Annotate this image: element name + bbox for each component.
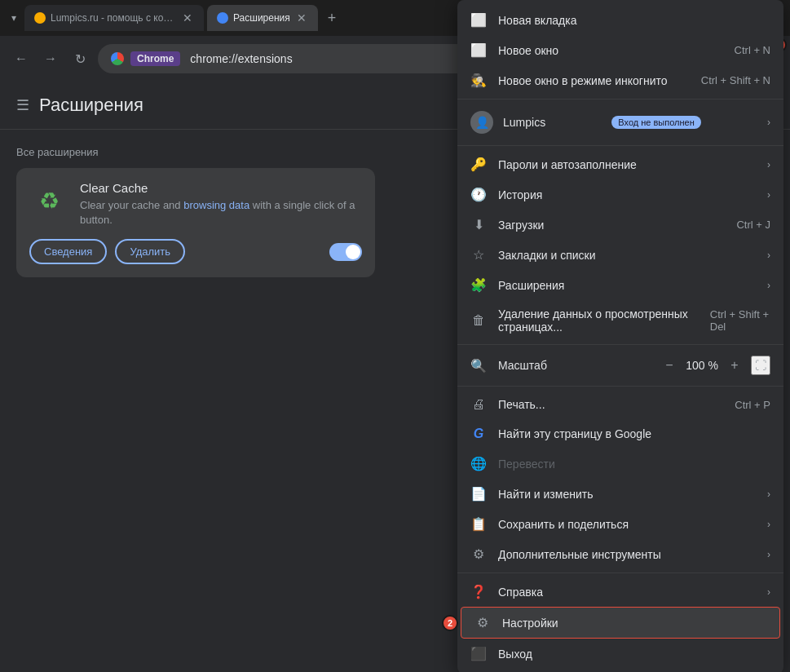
tab-dropdown-btn[interactable]: ▾ bbox=[7, 9, 21, 27]
menu-item-help[interactable]: ❓ Справка › bbox=[457, 577, 783, 607]
menu-label-print: Печать... bbox=[498, 398, 545, 411]
menu-label-extensions: Расширения bbox=[498, 279, 564, 292]
menu-item-new-window[interactable]: ⬜ Новое окно Ctrl + N bbox=[457, 35, 783, 65]
zoom-control: − 100 % + ⛶ bbox=[660, 356, 770, 375]
remove-button[interactable]: Удалить bbox=[115, 239, 185, 264]
find-replace-arrow: › bbox=[767, 489, 770, 500]
menu-label-zoom: Масштаб bbox=[498, 359, 547, 372]
menu-label-incognito: Новое окно в режиме инкогнито bbox=[498, 74, 668, 87]
downloads-icon: ⬇ bbox=[470, 217, 487, 232]
menu-label-clear-data: Удаление данных о просмотренных страница… bbox=[498, 307, 699, 334]
passwords-arrow: › bbox=[767, 159, 770, 170]
address-url: chrome://extensions bbox=[190, 52, 292, 65]
menu-item-more-tools[interactable]: ⚙ Дополнительные инструменты › bbox=[457, 539, 783, 569]
find-replace-icon: 📄 bbox=[470, 486, 487, 502]
menu-label-passwords: Пароли и автозаполнение bbox=[498, 158, 637, 171]
translate-icon: 🌐 bbox=[470, 456, 487, 471]
profile-status: Вход не выполнен bbox=[611, 116, 700, 129]
menu-item-incognito[interactable]: 🕵 Новое окно в режиме инкогнито Ctrl + S… bbox=[457, 65, 783, 95]
extension-link[interactable]: browsing data bbox=[183, 199, 249, 211]
extensions-menu-icon: 🧩 bbox=[470, 277, 487, 293]
clear-data-icon: 🗑 bbox=[470, 313, 487, 328]
tab-favicon-lumpics bbox=[34, 12, 46, 24]
new-window-icon: ⬜ bbox=[470, 42, 487, 58]
chrome-logo-icon bbox=[111, 52, 124, 65]
extension-card-top: ♻ Clear Cache Clear your cache and brows… bbox=[29, 181, 362, 228]
extension-card-clearcache: ♻ Clear Cache Clear your cache and brows… bbox=[16, 168, 375, 277]
zoom-icon: 🔍 bbox=[470, 358, 487, 374]
zoom-minus-button[interactable]: − bbox=[660, 356, 679, 375]
menu-item-passwords[interactable]: 🔑 Пароли и автозаполнение › bbox=[457, 149, 783, 179]
menu-item-exit[interactable]: ⬛ Выход bbox=[457, 639, 783, 669]
settings-icon: ⚙ bbox=[474, 615, 491, 630]
menu-shortcut-clear-data: Ctrl + Shift + Del bbox=[710, 308, 770, 333]
divider-1 bbox=[457, 99, 783, 99]
menu-item-print[interactable]: 🖨 Печать... Ctrl + P bbox=[457, 390, 783, 419]
new-tab-icon: ⬜ bbox=[470, 12, 487, 28]
menu-item-settings[interactable]: 2 ⚙ Настройки bbox=[461, 607, 780, 639]
extension-toggle[interactable] bbox=[329, 243, 362, 261]
chrome-badge: Chrome bbox=[130, 51, 180, 66]
zoom-plus-button[interactable]: + bbox=[725, 356, 744, 375]
help-icon: ❓ bbox=[470, 584, 487, 599]
more-tools-arrow: › bbox=[767, 549, 770, 560]
back-button[interactable]: ← bbox=[10, 47, 33, 70]
menu-item-translate: 🌐 Перевести bbox=[457, 449, 783, 479]
zoom-fullscreen-button[interactable]: ⛶ bbox=[751, 356, 770, 375]
divider-4 bbox=[457, 386, 783, 387]
menu-label-help: Справка bbox=[498, 586, 543, 599]
divider-3 bbox=[457, 344, 783, 345]
extension-icon: ♻ bbox=[29, 181, 68, 220]
tab-extensions[interactable]: Расширения ✕ bbox=[207, 5, 318, 31]
menu-label-bookmarks: Закладки и списки bbox=[498, 249, 596, 262]
extension-card-actions: Сведения Удалить bbox=[29, 239, 362, 264]
menu-label-downloads: Загрузки bbox=[498, 219, 544, 232]
extensions-title: Расширения bbox=[39, 95, 143, 116]
forward-button[interactable]: → bbox=[39, 47, 62, 70]
refresh-button[interactable]: ↻ bbox=[68, 47, 91, 70]
menu-label-more-tools: Дополнительные инструменты bbox=[498, 548, 661, 561]
history-arrow: › bbox=[767, 189, 770, 201]
profile-name: Lumpics bbox=[503, 116, 545, 129]
tab-title-lumpics: Lumpics.ru - помощь с комп... bbox=[51, 12, 176, 24]
extension-info: Clear Cache Clear your cache and browsin… bbox=[80, 181, 362, 228]
menu-item-bookmarks[interactable]: ☆ Закладки и списки › bbox=[457, 240, 783, 270]
passwords-icon: 🔑 bbox=[470, 157, 487, 172]
menu-label-save-share: Сохранить и поделиться bbox=[498, 518, 629, 531]
menu-shortcut-new-window: Ctrl + N bbox=[735, 44, 770, 56]
menu-label-new-tab: Новая вкладка bbox=[498, 14, 577, 27]
extensions-arrow: › bbox=[767, 280, 770, 291]
more-tools-icon: ⚙ bbox=[470, 546, 487, 562]
divider-2 bbox=[457, 145, 783, 146]
extension-name: Clear Cache bbox=[80, 181, 362, 195]
menu-item-clear-data[interactable]: 🗑 Удаление данных о просмотренных страни… bbox=[457, 300, 783, 341]
menu-item-history[interactable]: 🕐 История › bbox=[457, 179, 783, 210]
details-button[interactable]: Сведения bbox=[29, 239, 107, 264]
menu-item-extensions[interactable]: 🧩 Расширения › bbox=[457, 270, 783, 300]
menu-item-profile[interactable]: 👤 Lumpics Вход не выполнен › bbox=[457, 103, 783, 142]
menu-item-downloads[interactable]: ⬇ Загрузки Ctrl + J bbox=[457, 210, 783, 240]
tab-lumpics[interactable]: Lumpics.ru - помощь с комп... ✕ bbox=[24, 5, 204, 31]
profile-avatar: 👤 bbox=[470, 111, 493, 134]
menu-label-find-replace: Найти и изменить bbox=[498, 488, 593, 501]
menu-label-exit: Выход bbox=[498, 648, 532, 661]
menu-label-settings: Настройки bbox=[502, 617, 558, 630]
extension-description: Clear your cache and browsing data with … bbox=[80, 198, 362, 228]
tab-close-extensions[interactable]: ✕ bbox=[295, 11, 308, 24]
menu-item-new-tab[interactable]: ⬜ Новая вкладка bbox=[457, 5, 783, 35]
profile-arrow: › bbox=[767, 117, 770, 128]
menu-item-find-replace[interactable]: 📄 Найти и изменить › bbox=[457, 479, 783, 509]
incognito-icon: 🕵 bbox=[470, 73, 487, 88]
menu-item-find-google[interactable]: G Найти эту страницу в Google bbox=[457, 419, 783, 449]
bookmarks-icon: ☆ bbox=[470, 247, 487, 263]
save-share-arrow: › bbox=[767, 519, 770, 530]
save-share-icon: 📋 bbox=[470, 516, 487, 532]
new-tab-button[interactable]: + bbox=[321, 10, 343, 27]
history-icon: 🕐 bbox=[470, 187, 487, 202]
tab-close-lumpics[interactable]: ✕ bbox=[181, 11, 194, 24]
hamburger-icon[interactable]: ☰ bbox=[16, 96, 29, 114]
find-google-icon: G bbox=[470, 427, 487, 441]
menu-item-save-share[interactable]: 📋 Сохранить и поделиться › bbox=[457, 509, 783, 539]
tab-favicon-extensions bbox=[217, 12, 228, 24]
menu-label-history: История bbox=[498, 188, 542, 201]
